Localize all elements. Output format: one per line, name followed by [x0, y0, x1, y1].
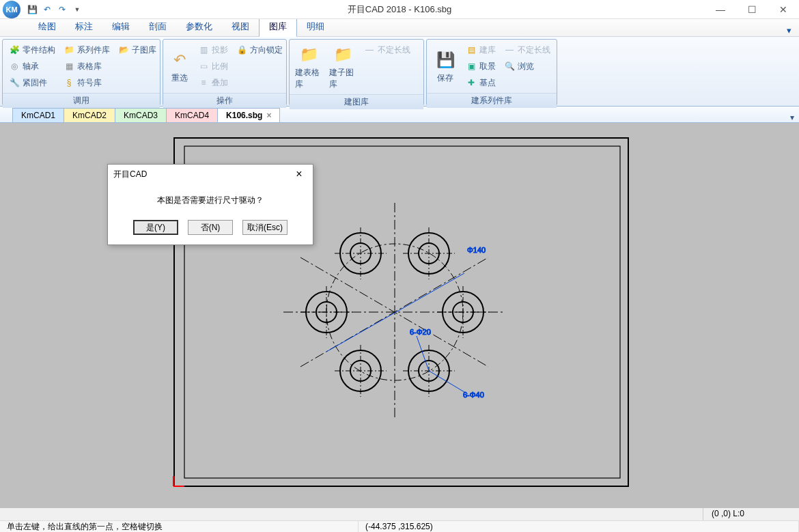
part-structure-button[interactable]: 🧩零件结构 — [7, 42, 57, 57]
doc-tab[interactable]: KmCAD2 — [64, 108, 115, 122]
close-button[interactable]: ✕ — [768, 0, 799, 19]
window-title: 开目CAD 2018 - K106.sbg — [348, 3, 451, 16]
ribbon-group-build-series: 💾 保存 ▤建库 ▣取景 ✚基点 —不定长线 🔍浏览 建系列件库 — [426, 39, 557, 106]
menu-overflow-icon[interactable]: ▾ — [783, 24, 795, 36]
ribbon-group-operate: ↶ 重选 ▥投影 ▭比例 ≡叠加 🔒方向锁定 操作 — [163, 39, 287, 106]
overlay-button: ≡叠加 — [196, 75, 230, 90]
menu-tab-library[interactable]: 图库 — [259, 17, 297, 37]
table-library-button[interactable]: ▦表格库 — [61, 59, 112, 74]
tab-close-icon[interactable]: × — [266, 111, 271, 120]
app-icon[interactable]: KM — [3, 1, 20, 18]
menu-tab-parametric[interactable]: 参数化 — [176, 18, 222, 36]
direction-lock-button[interactable]: 🔒方向锁定 — [234, 42, 285, 57]
ribbon: 🧩零件结构 ◎轴承 🔧紧固件 📁系列件库 ▦表格库 §符号库 📂子图库 调用 ↶… — [0, 37, 799, 107]
status-bar-upper: (0 ,0) L:0 — [0, 508, 799, 520]
menu-tab-section[interactable]: 剖面 — [139, 18, 176, 36]
ribbon-group-build-lib: 📁 建表格库 📁 建子图库 —不定长线 建图库 — [289, 39, 424, 106]
confirm-dialog: 开目CAD × 本图是否需要进行尺寸驱动？ 是(Y) 否(N) 取消(Esc) — [107, 164, 313, 245]
dialog-title: 开目CAD — [113, 169, 147, 180]
doc-tab[interactable]: KmCAD4 — [166, 108, 218, 122]
status-origin: (0 ,0) L:0 — [703, 508, 799, 520]
symbol-library-button[interactable]: §符号库 — [61, 75, 112, 90]
quick-access-toolbar: 💾 ↶ ↷ ▼ — [26, 3, 83, 16]
dialog-title-bar[interactable]: 开目CAD × — [108, 165, 313, 184]
doc-tabs-overflow-icon[interactable]: ▾ — [785, 113, 799, 122]
ribbon-group-invoke: 🧩零件结构 ◎轴承 🔧紧固件 📁系列件库 ▦表格库 §符号库 📂子图库 调用 — [2, 39, 160, 106]
doc-tab-active[interactable]: K106.sbg× — [217, 108, 280, 122]
menu-tab-edit[interactable]: 编辑 — [102, 18, 139, 36]
window-controls: — ☐ ✕ — [705, 0, 799, 19]
dim-label: Φ140 — [467, 246, 486, 254]
dim-label: 6-Φ20 — [410, 328, 431, 336]
dialog-message: 本图是否需要进行尺寸驱动？ — [108, 184, 313, 213]
variable-line-button: —不定长线 — [362, 42, 412, 57]
menu-tab-draw[interactable]: 绘图 — [29, 18, 66, 36]
basepoint-button[interactable]: ✚基点 — [464, 75, 498, 90]
scale-button: ▭比例 — [196, 59, 230, 74]
dim-label: 6-Φ40 — [463, 391, 484, 399]
save-big-button[interactable]: 💾 保存 — [431, 42, 460, 90]
qat-dropdown-icon[interactable]: ▼ — [71, 3, 83, 16]
variable-line-button-2: —不定长线 — [502, 42, 552, 57]
ribbon-group-title: 建系列件库 — [427, 93, 557, 108]
menu-tab-annotate[interactable]: 标注 — [66, 18, 102, 36]
folder-icon: 📁 — [298, 44, 320, 66]
series-library-button[interactable]: 📁系列件库 — [61, 42, 112, 57]
undo-icon[interactable]: ↶ — [41, 3, 53, 16]
projection-button: ▥投影 — [196, 42, 230, 57]
status-hint: 单击左键，给出直线的第一点，空格键切换 — [0, 521, 359, 532]
build-lib-button: ▤建库 — [464, 42, 498, 57]
status-coords: (-44.375 ,315.625) — [359, 521, 799, 532]
build-sub-lib-button[interactable]: 📁 建子图库 — [328, 42, 358, 92]
dialog-no-button[interactable]: 否(N) — [188, 220, 233, 235]
redo-icon[interactable]: ↷ — [56, 3, 68, 16]
browse-button[interactable]: 🔍浏览 — [502, 59, 552, 74]
minimize-button[interactable]: — — [705, 0, 736, 19]
ribbon-group-title: 建图库 — [290, 94, 423, 109]
dialog-close-icon[interactable]: × — [291, 168, 307, 180]
save-icon[interactable]: 💾 — [26, 3, 38, 16]
maximize-button[interactable]: ☐ — [736, 0, 768, 19]
status-bar-lower: 单击左键，给出直线的第一点，空格键切换 (-44.375 ,315.625) — [0, 520, 799, 532]
ribbon-group-title: 操作 — [163, 93, 286, 108]
doc-tab[interactable]: KmCAD3 — [115, 108, 167, 122]
build-table-lib-button[interactable]: 📁 建表格库 — [294, 42, 324, 92]
dialog-yes-button[interactable]: 是(Y) — [133, 220, 178, 235]
reselect-button[interactable]: ↶ 重选 — [167, 42, 192, 90]
reselect-icon: ↶ — [169, 49, 191, 71]
fastener-button[interactable]: 🔧紧固件 — [7, 75, 57, 90]
menu-tabs: 绘图 标注 编辑 剖面 参数化 视图 图库 明细 ▾ — [0, 19, 799, 37]
folder-icon: 📁 — [332, 44, 354, 66]
bearing-button[interactable]: ◎轴承 — [7, 59, 57, 74]
menu-tab-detail[interactable]: 明细 — [297, 18, 334, 36]
save-icon: 💾 — [434, 49, 456, 71]
titlebar: KM 💾 ↶ ↷ ▼ 开目CAD 2018 - K106.sbg — ☐ ✕ — [0, 0, 799, 19]
ribbon-group-title: 调用 — [3, 93, 160, 108]
dialog-cancel-button[interactable]: 取消(Esc) — [242, 220, 288, 235]
menu-tab-view[interactable]: 视图 — [222, 18, 259, 36]
capture-button[interactable]: ▣取景 — [464, 59, 498, 74]
sub-library-button[interactable]: 📂子图库 — [116, 42, 158, 57]
doc-tab[interactable]: KmCAD1 — [12, 108, 64, 122]
